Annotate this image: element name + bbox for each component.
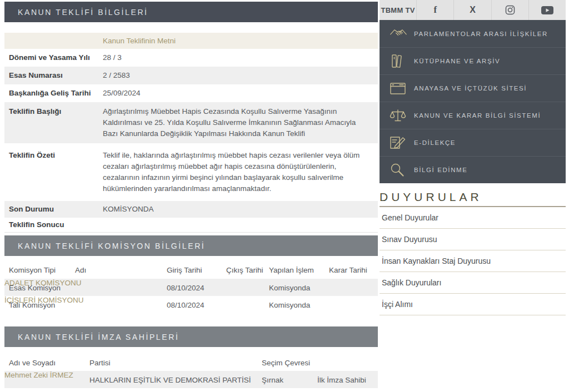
row-value: Ağırlaştırılmış Müebbet Hapis Cezasında … xyxy=(103,106,378,139)
table-row: Mehmet Zeki İRMEZ HALKLARIN EŞİTLİK VE D… xyxy=(4,371,378,388)
sidebar: TBMM TV f X xyxy=(380,0,566,183)
menu-label: KANUN VE KARAR BİLGİ SİSTEMİ xyxy=(408,112,541,119)
pen-icon xyxy=(390,135,408,150)
sidebar-item-kanun-ve-karar-bilgi-sistemi[interactable]: KANUN VE KARAR BİLGİ SİSTEMİ xyxy=(380,102,566,129)
sidebar-item-parlamentolar-arasi-iliskiler[interactable]: PARLAMENTOLAR ARASI İLİŞKİLER xyxy=(380,20,566,47)
announcements-list: Genel Duyurular Sınav Duyurusu İnsan Kay… xyxy=(380,207,566,315)
table-header-row: Komisyon Tipi Adı Giriş Tarihi Çıkış Tar… xyxy=(4,261,378,279)
table-row: Kanun Teklifinin Metni xyxy=(4,33,378,49)
row-label: Başkanlığa Geliş Tarihi xyxy=(4,88,103,99)
row-value: Teklif ile, haklarında ağırlaştırılmış m… xyxy=(103,150,378,194)
menu-label: KÜTÜPHANE VE ARŞİV xyxy=(408,58,500,64)
announcement-item-saglik[interactable]: Sağlık Duyuruları xyxy=(380,272,566,294)
table-row: Dönemi ve Yasama Yılı 28 / 3 xyxy=(4,49,378,67)
column-header: Seçim Çevresi xyxy=(262,359,310,367)
bill-info-table: Kanun Teklifinin Metni Dönemi ve Yasama … xyxy=(4,33,378,233)
menu-label: ANAYASA VE İÇTÜZÜK SİTESİ xyxy=(408,85,527,92)
page-title: KANUN TEKLİFİ BİLGİLERİ xyxy=(4,2,378,22)
row-value: 28 / 3 xyxy=(103,52,378,63)
column-header: Çıkış Tarihi xyxy=(226,266,263,274)
sidebar-menu: PARLAMENTOLAR ARASI İLİŞKİLER KÜTÜPHANE … xyxy=(380,20,566,183)
table-row: Son Durumu KOMİSYONDA xyxy=(4,201,378,218)
committee-type: Esas Komisyon xyxy=(9,283,61,292)
column-header: Komisyon Tipi xyxy=(9,266,56,274)
action: Komisyonda xyxy=(269,300,310,309)
sidebar-item-e-dilekce[interactable]: E-DİLEKÇE xyxy=(380,129,566,156)
signer-link[interactable]: Mehmet Zeki İRMEZ xyxy=(4,371,73,379)
committee-section-title: KANUN TEKLİFİ KOMİSYON BİLGİLERİ xyxy=(4,235,378,256)
announcement-item-sinav[interactable]: Sınav Duyurusu xyxy=(380,229,566,250)
announcement-item-isci[interactable]: İşçi Alımı xyxy=(380,294,566,315)
signers-section-title: KANUN TEKLİFİ İMZA SAHİPLERİ xyxy=(4,326,378,347)
social-bar: TBMM TV f X xyxy=(380,0,566,20)
column-header: Yapılan İşlem xyxy=(269,266,314,274)
table-row: Teklifin Özeti Teklif ile, haklarında ağ… xyxy=(4,143,378,201)
row-value: 25/09/2024 xyxy=(103,88,378,99)
entry-date: 08/10/2024 xyxy=(167,283,204,292)
bill-text-link[interactable]: Kanun Teklifinin Metni xyxy=(103,37,176,45)
column-header: Partisi xyxy=(89,359,111,367)
page-title-text: KANUN TEKLİFİ BİLGİLERİ xyxy=(18,8,148,17)
row-label: Teklifin Sonucu xyxy=(4,219,103,230)
announcements-title: DUYURULAR xyxy=(380,190,482,204)
facebook-icon[interactable]: f xyxy=(417,0,454,20)
signers-section-title-text: KANUN TEKLİFİ İMZA SAHİPLERİ xyxy=(18,333,179,341)
party: HALKLARIN EŞİTLİK VE DEMOKRASİ PARTİSİ xyxy=(89,375,251,384)
handshake-icon xyxy=(390,27,408,41)
table-row: Tali Komisyon İÇİŞLERİ KOMİSYONU 08/10/2… xyxy=(4,296,378,313)
table-row: Teklifin Başlığı Ağırlaştırılmış Müebbet… xyxy=(4,102,378,143)
scales-icon xyxy=(390,108,408,123)
action: Komisyonda xyxy=(269,283,310,292)
column-header: Giriş Tarihi xyxy=(167,266,202,274)
youtube-icon[interactable] xyxy=(529,0,566,20)
column-header: Karar Tarihi xyxy=(329,266,367,274)
announcement-item-genel[interactable]: Genel Duyurular xyxy=(380,207,566,229)
browser-icon xyxy=(390,82,408,95)
instagram-icon[interactable] xyxy=(492,0,529,20)
row-label: Esas Numarası xyxy=(4,70,103,81)
committee-table: Komisyon Tipi Adı Giriş Tarihi Çıkış Tar… xyxy=(4,261,378,313)
x-icon[interactable]: X xyxy=(454,0,491,20)
column-header: Adı ve Soyadı xyxy=(9,359,56,367)
tbmm-tv-link[interactable]: TBMM TV xyxy=(380,0,417,20)
menu-label: PARLAMENTOLAR ARASI İLİŞKİLER xyxy=(408,31,548,37)
announcement-item-staj[interactable]: İnsan Kaynakları Staj Duyurusu xyxy=(380,250,566,272)
table-row: Esas Numarası 2 / 2583 xyxy=(4,67,378,84)
committee-section-title-text: KANUN TEKLİFİ KOMİSYON BİLGİLERİ xyxy=(18,242,205,250)
magnifier-icon xyxy=(390,163,408,177)
table-header-row: Adı ve Soyadı Partisi Seçim Çevresi xyxy=(4,354,378,371)
books-icon xyxy=(390,53,408,69)
sidebar-item-bilgi-edinme[interactable]: BİLGİ EDİNME xyxy=(380,156,566,183)
row-label: Teklifin Özeti xyxy=(4,150,103,194)
table-row: Teklifin Sonucu xyxy=(4,218,378,233)
row-label: Dönemi ve Yasama Yılı xyxy=(4,52,103,63)
menu-label: E-DİLEKÇE xyxy=(408,139,456,146)
table-row: Başkanlığa Geliş Tarihi 25/09/2024 xyxy=(4,84,378,102)
row-value: 2 / 2583 xyxy=(103,70,378,81)
column-header: Adı xyxy=(75,266,86,274)
committee-type: Tali Komisyon xyxy=(9,300,55,309)
row-value: KOMİSYONDA xyxy=(103,204,378,215)
row-label: Teklifin Başlığı xyxy=(4,106,103,139)
sidebar-item-anayasa-ve-ictuzuk[interactable]: ANAYASA VE İÇTÜZÜK SİTESİ xyxy=(380,74,566,102)
sidebar-item-kutuphane-ve-arsiv[interactable]: KÜTÜPHANE VE ARŞİV xyxy=(380,47,566,74)
row-label: Son Durumu xyxy=(4,204,103,215)
signers-table: Adı ve Soyadı Partisi Seçim Çevresi Mehm… xyxy=(4,354,378,388)
table-row: Esas Komisyon ADALET KOMİSYONU 08/10/202… xyxy=(4,279,378,296)
constituency: Şırnak xyxy=(262,375,283,384)
first-signer-badge: İlk İmza Sahibi xyxy=(317,375,366,384)
menu-label: BİLGİ EDİNME xyxy=(408,167,468,173)
entry-date: 08/10/2024 xyxy=(167,300,204,309)
